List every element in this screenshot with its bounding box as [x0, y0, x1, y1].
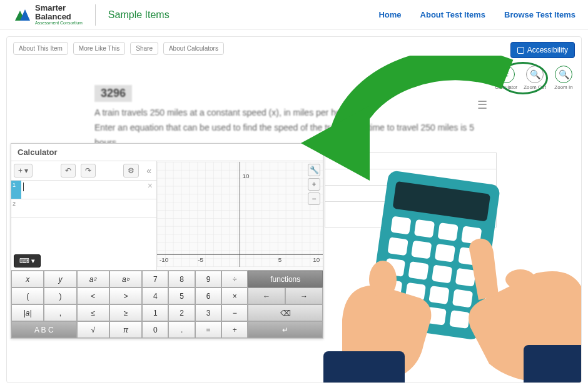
svg-text:5: 5 — [278, 256, 282, 263]
pill-about-item[interactable]: About This Item — [13, 42, 68, 55]
pill-more-like[interactable]: More Like This — [73, 42, 125, 55]
graph-zoom-in-icon[interactable]: + — [308, 178, 320, 191]
redo-button[interactable]: ↷ — [81, 164, 96, 178]
svg-text:-10: -10 — [160, 256, 169, 263]
key-sq[interactable]: a2 — [77, 271, 109, 288]
key-6[interactable]: 6 — [195, 288, 221, 304]
key-4[interactable]: 4 — [142, 288, 168, 304]
svg-rect-16 — [461, 226, 482, 244]
question-number: 3296 — [94, 85, 132, 102]
hamburger-icon[interactable]: ☰ — [477, 98, 487, 112]
graph-zoom-out-icon[interactable]: − — [308, 192, 320, 205]
svg-point-33 — [369, 261, 397, 298]
key-9[interactable]: 9 — [195, 271, 221, 288]
key-gt[interactable]: > — [109, 288, 142, 304]
key-y[interactable]: y — [44, 271, 76, 288]
key-minus[interactable]: − — [221, 304, 248, 321]
key-left[interactable]: ← — [248, 288, 285, 304]
nav-browse[interactable]: Browse Test Items — [504, 10, 575, 19]
key-x[interactable]: x — [11, 271, 44, 288]
svg-rect-34 — [323, 351, 405, 383]
svg-rect-36 — [524, 345, 582, 383]
expression-row-1[interactable]: 1 × — [11, 181, 156, 199]
functions-button[interactable]: functions — [248, 271, 323, 288]
svg-text:10: 10 — [242, 172, 249, 179]
tool-calculator[interactable]: ⌗ Calculator — [495, 66, 517, 90]
clear-row-icon[interactable]: × — [144, 181, 156, 199]
key-rparen[interactable]: ) — [44, 288, 76, 304]
tool-strip: ⌗ Calculator 🔍 Zoom Out 🔍 Zoom In — [495, 66, 575, 90]
key-3[interactable]: 3 — [195, 304, 221, 321]
undo-button[interactable]: ↶ — [61, 164, 76, 178]
logo-icon — [13, 6, 31, 24]
key-pi[interactable]: π — [109, 321, 142, 338]
graph-settings-icon[interactable]: 🔧 — [308, 164, 320, 176]
svg-rect-25 — [382, 279, 402, 298]
svg-rect-23 — [432, 264, 452, 283]
page-brand: Sample Items — [108, 9, 170, 21]
graph-area[interactable]: 10 -10 -5 5 10 🔧 + − — [156, 161, 323, 270]
key-sqrt[interactable]: √ — [77, 321, 109, 338]
add-expression-button[interactable]: + ▾ — [14, 164, 33, 178]
key-plus[interactable]: + — [221, 321, 248, 338]
content-frame: About This Item More Like This Share Abo… — [6, 36, 582, 383]
svg-rect-24 — [455, 268, 476, 287]
logo: Smarter Balanced Assessment Consortium — [13, 4, 83, 26]
svg-rect-32 — [449, 310, 470, 329]
key-5[interactable]: 5 — [168, 288, 195, 304]
key-le[interactable]: ≤ — [77, 304, 109, 321]
key-abs[interactable]: |a| — [11, 304, 44, 321]
svg-rect-17 — [387, 237, 408, 256]
accessibility-button[interactable]: Accessibility — [510, 42, 575, 58]
zoom-in-icon: 🔍 — [559, 69, 569, 79]
key-lt[interactable]: < — [77, 288, 109, 304]
question-line1: A train travels 250 miles at a constant … — [94, 106, 495, 121]
settings-button[interactable]: ⚙ — [123, 164, 139, 178]
key-ge[interactable]: ≥ — [109, 304, 142, 321]
question-block: 3296 A train travels 250 miles at a cons… — [94, 85, 495, 150]
expression-row-2[interactable]: 2 — [11, 199, 156, 218]
key-backspace[interactable]: ⌫ — [248, 304, 323, 321]
key-comma[interactable]: , — [44, 304, 76, 321]
svg-rect-18 — [411, 240, 432, 259]
answer-box[interactable] — [325, 152, 497, 228]
key-7[interactable]: 7 — [142, 271, 168, 288]
svg-rect-22 — [408, 261, 428, 280]
key-abc[interactable]: A B C — [11, 321, 77, 338]
tool-zoom-in[interactable]: 🔍 Zoom In — [552, 66, 575, 90]
key-eq[interactable]: = — [195, 321, 221, 338]
key-0[interactable]: 0 — [142, 321, 168, 338]
app-header: Smarter Balanced Assessment Consortium S… — [0, 0, 588, 30]
key-lparen[interactable]: ( — [11, 288, 44, 304]
nav-home[interactable]: Home — [378, 10, 401, 19]
calculator-panel: Calculator + ▾ ↶ ↷ ⚙ « 1 × — [11, 143, 323, 339]
calculator-title: Calculator — [11, 144, 323, 161]
pill-share[interactable]: Share — [130, 42, 158, 55]
key-2[interactable]: 2 — [168, 304, 195, 321]
keyboard-toggle-button[interactable]: ⌨ ▾ — [14, 254, 41, 268]
collapse-sidebar-icon[interactable]: « — [144, 166, 154, 176]
keypad: x y a2 ab ( ) < > |a| , ≤ ≥ A B C √ π 7 … — [11, 270, 323, 338]
logo-line1: Smarter — [35, 4, 83, 12]
key-pow[interactable]: ab — [109, 271, 142, 288]
key-1[interactable]: 1 — [142, 304, 168, 321]
key-8[interactable]: 8 — [168, 271, 195, 288]
key-mul[interactable]: × — [221, 288, 248, 304]
key-div[interactable]: ÷ — [221, 271, 248, 288]
svg-rect-19 — [435, 244, 455, 262]
svg-rect-30 — [402, 303, 423, 322]
svg-point-35 — [505, 269, 535, 289]
svg-rect-31 — [426, 307, 447, 326]
logo-line2: Balanced — [35, 12, 83, 21]
svg-rect-29 — [378, 300, 399, 319]
nav-about[interactable]: About Test Items — [420, 10, 486, 19]
item-toolbar: About This Item More Like This Share Abo… — [7, 37, 581, 60]
tool-zoom-out[interactable]: 🔍 Zoom Out — [524, 66, 546, 90]
key-right[interactable]: → — [285, 288, 323, 304]
key-dot[interactable]: . — [168, 321, 195, 338]
calculator-icon: ⌗ — [504, 69, 509, 80]
svg-rect-27 — [428, 286, 449, 304]
key-enter[interactable]: ↵ — [248, 321, 323, 338]
accessibility-icon — [517, 47, 524, 54]
pill-about-calcs[interactable]: About Calculators — [163, 42, 224, 55]
